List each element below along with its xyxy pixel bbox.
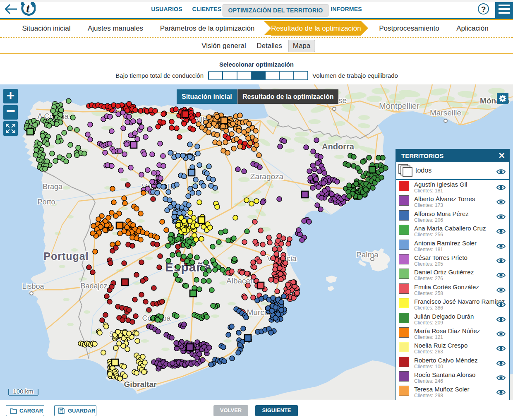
svg-text:Porto: Porto [37,198,55,206]
svg-text:Marseille: Marseille [430,108,461,117]
svg-text:Lisboa: Lisboa [22,282,44,290]
svg-text:Palma: Palma [356,250,379,259]
svg-text:Braga: Braga [43,182,63,191]
svg-text:Gibraltar: Gibraltar [124,380,157,389]
svg-text:Montpellier: Montpellier [379,101,420,110]
svg-text:Zaragoza: Zaragoza [250,172,284,181]
svg-text:Portugal: Portugal [43,250,89,262]
svg-text:Andorra: Andorra [322,142,355,151]
svg-text:100 km: 100 km [13,388,33,395]
svg-text:Badajoz: Badajoz [80,282,107,290]
